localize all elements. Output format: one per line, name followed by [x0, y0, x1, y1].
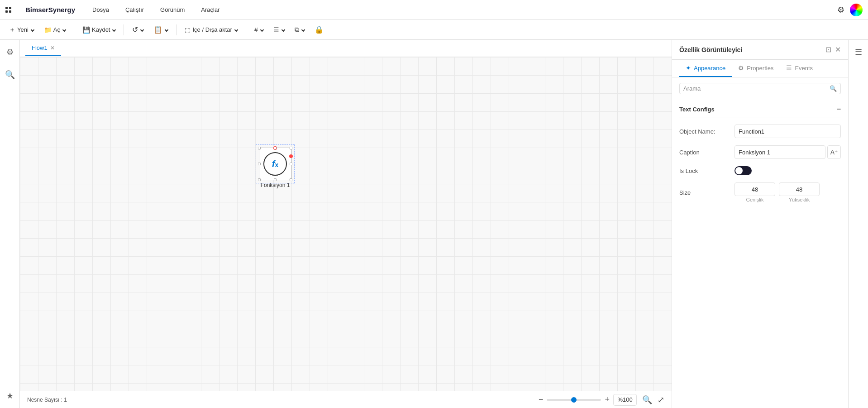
- layout-icon: ☰: [273, 26, 279, 34]
- import-export-chevron-icon: [234, 28, 238, 31]
- folder-icon: 📁: [44, 26, 52, 34]
- object-name-row: Object Name:: [679, 125, 841, 138]
- is-lock-toggle[interactable]: [734, 166, 752, 175]
- zoom-fit-icon[interactable]: 🔍: [642, 395, 652, 405]
- caption-input-group: A⁺: [734, 145, 841, 159]
- tab-bar: Flow1 ✕: [20, 40, 672, 57]
- menu-araclar[interactable]: Araçlar: [197, 5, 223, 15]
- plus-icon: ＋: [9, 26, 15, 34]
- copy-button[interactable]: ⧉: [291, 24, 308, 35]
- sliders-icon[interactable]: ⚙: [4, 44, 16, 60]
- zoom-in-button[interactable]: +: [605, 395, 610, 404]
- size-height-label: Yükseklik: [789, 197, 810, 202]
- caption-translate-button[interactable]: A⁺: [827, 145, 841, 159]
- search-left-icon[interactable]: 🔍: [2, 67, 18, 82]
- menu-calistir[interactable]: Çalıştır: [122, 5, 148, 15]
- canvas-area: Flow1 ✕: [20, 40, 672, 408]
- panel-title: Özellik Görüntüleyici: [679, 46, 742, 53]
- lock-button[interactable]: 🔒: [311, 24, 327, 36]
- handle-bm[interactable]: [274, 178, 277, 181]
- size-width-label: Genişlik: [746, 197, 763, 202]
- caption-label: Caption: [679, 149, 729, 156]
- new-button[interactable]: ＋ Yeni: [5, 24, 38, 36]
- menu-bar: BimserSynergy Dosya Çalıştır Görünüm Ara…: [0, 0, 868, 20]
- save-icon: 💾: [82, 26, 90, 34]
- status-bar: Nesne Sayısı : 1 − + %100 🔍 ⤢: [20, 391, 672, 408]
- size-width-wrap: Genişlik: [734, 182, 775, 202]
- undo-button[interactable]: ↺: [129, 24, 147, 36]
- open-button[interactable]: 📁 Aç: [40, 24, 69, 35]
- close-tab-icon[interactable]: ✕: [50, 45, 55, 51]
- section-collapse-button[interactable]: −: [837, 105, 841, 113]
- handle-ml[interactable]: [258, 163, 261, 165]
- appearance-tab-icon: ✦: [686, 64, 691, 72]
- copy-icon: ⧉: [295, 26, 299, 34]
- separator-2: [124, 24, 124, 35]
- clipboard-icon: 📋: [153, 25, 162, 34]
- lock-icon: 🔒: [315, 25, 324, 34]
- is-lock-row: Is Lock: [679, 166, 841, 175]
- object-name-input[interactable]: [734, 125, 841, 138]
- node-box[interactable]: fx: [259, 148, 291, 180]
- separator-4: [246, 24, 246, 35]
- size-width-input[interactable]: [734, 182, 775, 196]
- list-view-icon[interactable]: ☰: [852, 44, 865, 60]
- toolbar: ＋ Yeni 📁 Aç 💾 Kaydet ↺ 📋 ⬚ İçe / Dışa ak…: [0, 20, 868, 40]
- handle-tl[interactable]: [258, 147, 261, 149]
- caption-input[interactable]: [734, 145, 825, 159]
- panel-close-icon[interactable]: ✕: [835, 45, 841, 54]
- handle-mr[interactable]: [290, 163, 292, 165]
- clipboard-chevron-icon: [165, 28, 168, 31]
- zoom-slider[interactable]: [547, 399, 601, 401]
- search-input[interactable]: [683, 85, 827, 92]
- size-row: Size Genişlik Yükseklik: [679, 182, 841, 202]
- search-icon: 🔍: [830, 85, 837, 92]
- size-height-input[interactable]: [779, 182, 820, 196]
- user-avatar[interactable]: [850, 4, 863, 16]
- clipboard-button[interactable]: 📋: [150, 24, 172, 36]
- fx-label: fx: [272, 159, 278, 169]
- menu-gorunum[interactable]: Görünüm: [157, 5, 188, 15]
- tab-flow1[interactable]: Flow1 ✕: [25, 41, 61, 56]
- panel-search[interactable]: 🔍: [679, 83, 841, 94]
- layout-chevron-icon: [281, 28, 285, 31]
- node-connector-right[interactable]: [289, 154, 293, 158]
- handle-tm[interactable]: [274, 147, 277, 149]
- save-button[interactable]: 💾 Kaydet: [79, 24, 119, 35]
- events-tab-icon: ☰: [786, 64, 792, 72]
- zoom-value-input[interactable]: %100: [613, 394, 637, 406]
- zoom-thumb: [571, 397, 577, 403]
- undo-chevron-icon: [140, 28, 144, 31]
- panel-pin-icon[interactable]: ⊡: [825, 45, 831, 54]
- import-export-button[interactable]: ⬚ İçe / Dışa aktar: [181, 24, 241, 35]
- right-panel: Özellik Görüntüleyici ⊡ ✕ ✦ Appearance ⚙…: [672, 40, 848, 408]
- tab-properties[interactable]: ⚙ Properties: [732, 60, 780, 77]
- tab-events[interactable]: ☰ Events: [780, 60, 819, 77]
- layout-button[interactable]: ☰: [270, 24, 288, 35]
- handle-br[interactable]: [290, 178, 292, 181]
- panel-body: Text Configs − Object Name: Caption A⁺ I…: [672, 100, 848, 408]
- zoom-fullscreen-icon[interactable]: ⤢: [658, 395, 664, 405]
- canvas-content[interactable]: fx Fonksiyon 1: [20, 57, 672, 391]
- panel-header: Özellik Görüntüleyici ⊡ ✕: [672, 40, 848, 60]
- main-layout: ⚙ 🔍 ★ Flow1 ✕: [0, 40, 868, 408]
- settings-gear-icon[interactable]: ⚙: [837, 5, 844, 15]
- caption-row: Caption A⁺: [679, 145, 841, 159]
- handle-tr[interactable]: [290, 147, 292, 149]
- handle-bl[interactable]: [258, 178, 261, 181]
- function-node[interactable]: fx Fonksiyon 1: [259, 148, 291, 188]
- menu-right-icons: ⚙: [837, 4, 863, 16]
- separator-3: [176, 24, 176, 35]
- zoom-controls: − + %100 🔍 ⤢: [539, 394, 664, 406]
- section-divider: [679, 117, 841, 117]
- star-icon[interactable]: ★: [4, 388, 16, 403]
- apps-grid-icon[interactable]: [5, 7, 12, 13]
- grid-toggle-button[interactable]: #: [251, 24, 267, 35]
- undo-icon: ↺: [132, 25, 138, 34]
- size-inputs: Genişlik Yükseklik: [734, 182, 841, 202]
- zoom-out-button[interactable]: −: [539, 395, 544, 404]
- far-right-sidebar: ☰: [848, 40, 868, 408]
- tab-appearance[interactable]: ✦ Appearance: [679, 60, 732, 77]
- size-label: Size: [679, 189, 729, 196]
- menu-dosya[interactable]: Dosya: [89, 5, 113, 15]
